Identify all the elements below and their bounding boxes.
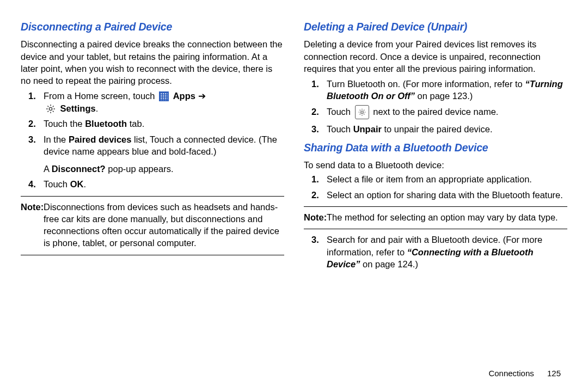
step-1: 1. Select a file or item from an appropr… — [327, 173, 567, 185]
step-number: 1. — [311, 173, 319, 185]
step-text-c: on page 124.) — [360, 259, 418, 269]
step-number: 4. — [28, 178, 36, 190]
left-column: Disconnecting a Paired Device Disconnect… — [21, 20, 284, 273]
divider — [21, 255, 284, 255]
arrow: ➔ — [198, 91, 206, 101]
step-text-a: Touch the — [44, 119, 85, 128]
steps-sharing-a: 1. Select a file or item from an appropr… — [304, 173, 567, 201]
footer-section: Connections — [488, 369, 534, 378]
intro-disconnecting: Disconnecting a paired device breaks the… — [21, 38, 284, 87]
step-3: 3. Search for and pair with a Bluetooth … — [327, 234, 567, 270]
step-text-c: to unpair the paired device. — [382, 124, 493, 134]
step-number: 3. — [28, 133, 36, 145]
step-2: 2. Touch the Bluetooth tab. — [44, 118, 284, 130]
step-text-a: Touch — [44, 179, 70, 189]
step-number: 1. — [28, 90, 36, 102]
step-number: 1. — [311, 78, 319, 90]
step-text-a: Turn Bluetooth on. (For more information… — [327, 79, 525, 89]
settings-gear-icon — [45, 103, 56, 114]
divider — [21, 196, 284, 197]
step-text-a: Touch — [327, 124, 353, 134]
step-text: From a Home screen, touch — [44, 91, 155, 101]
step-text-a: In the — [44, 134, 69, 144]
step-2: 2. Touch next to the paired device name. — [327, 106, 567, 120]
step-number: 3. — [311, 234, 319, 246]
svg-point-1 — [360, 111, 363, 113]
popup-c: pop-up appears. — [106, 164, 174, 174]
step-number: 2. — [311, 106, 319, 118]
apps-label: Apps — [173, 91, 195, 101]
heading-sharing: Sharing Data with a Bluetooth Device — [304, 140, 567, 155]
step-2: 2. Select an option for sharing data wit… — [327, 189, 567, 201]
step-text-c: on page 123.) — [415, 91, 473, 101]
popup-line: A Disconnect? pop-up appears. — [44, 163, 284, 175]
step-number: 3. — [311, 123, 319, 135]
step-text: Select an option for sharing data with t… — [327, 190, 563, 200]
step-text: Select a file or item from an appropriat… — [327, 174, 532, 184]
divider — [304, 206, 567, 207]
step-text-a: Touch — [327, 107, 351, 117]
step-1: 1. Turn Bluetooth on. (For more informat… — [327, 78, 567, 102]
steps-disconnecting: 1. From a Home screen, touch Apps ➔ Sett… — [21, 90, 284, 190]
step-1: 1. From a Home screen, touch Apps ➔ Sett… — [44, 90, 284, 114]
step-3: 3. Touch Unpair to unpair the paired dev… — [327, 123, 567, 135]
apps-grid-icon — [159, 91, 169, 101]
step-number: 2. — [311, 189, 319, 201]
note-label: Note: — [21, 201, 44, 213]
dot: . — [96, 103, 99, 113]
document-page: Disconnecting a Paired Device Disconnect… — [0, 0, 588, 273]
note-sharing: Note: The method for selecting an option… — [304, 211, 567, 223]
step-text-c: . — [83, 179, 86, 189]
note-text: The method for selecting an option may v… — [327, 212, 558, 222]
ok-label: OK — [70, 179, 84, 189]
popup-b: Disconnect? — [52, 164, 106, 174]
footer-page-number: 125 — [547, 369, 561, 378]
intro-sharing: To send data to a Bluetooth device: — [304, 159, 567, 171]
note-text: Disconnections from devices such as head… — [44, 202, 279, 248]
divider — [304, 229, 567, 229]
note-disconnect: Note: Disconnections from devices such a… — [21, 201, 284, 249]
settings-label: Settings — [60, 103, 96, 113]
bluetooth-label: Bluetooth — [85, 119, 127, 128]
intro-deleting: Deleting a device from your Paired devic… — [304, 38, 567, 75]
heading-disconnecting: Disconnecting a Paired Device — [21, 20, 284, 34]
popup-a: A — [44, 164, 52, 174]
page-footer: Connections 125 — [488, 368, 561, 379]
steps-sharing-b: 3. Search for and pair with a Bluetooth … — [304, 234, 567, 270]
step-text-c: tab. — [127, 119, 144, 128]
step-3: 3. In the Paired devices list, Touch a c… — [44, 133, 284, 175]
heading-deleting: Deleting a Paired Device (Unpair) — [304, 20, 567, 34]
step-text-b: next to the paired device name. — [373, 107, 498, 117]
svg-point-0 — [49, 108, 52, 111]
device-settings-gear-icon — [355, 105, 369, 119]
right-column: Deleting a Paired Device (Unpair) Deleti… — [304, 20, 567, 273]
steps-deleting: 1. Turn Bluetooth on. (For more informat… — [304, 78, 567, 135]
step-number: 2. — [28, 118, 36, 130]
paired-devices-label: Paired devices — [69, 134, 132, 144]
unpair-label: Unpair — [353, 124, 382, 134]
note-label: Note: — [304, 211, 327, 223]
step-4: 4. Touch OK. — [44, 178, 284, 190]
